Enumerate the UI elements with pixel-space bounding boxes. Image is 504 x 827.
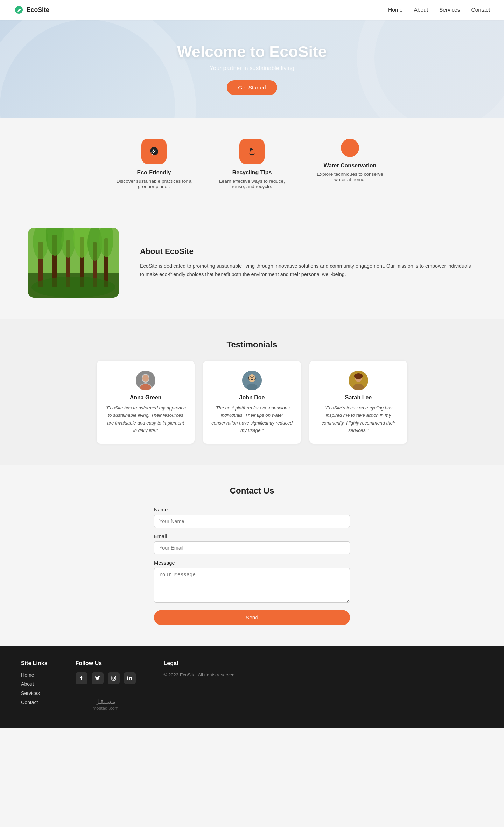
feature-water-desc: Explore techniques to conserve water at … bbox=[312, 172, 388, 182]
email-input[interactable] bbox=[154, 541, 350, 554]
testi-quote-anna: "EcoSite has transformed my approach to … bbox=[105, 404, 186, 434]
logo-text: EcoSite bbox=[27, 6, 49, 14]
get-started-button[interactable]: Get Started bbox=[227, 80, 277, 95]
nav-services[interactable]: Services bbox=[439, 7, 460, 13]
footer-grid: Site Links Home About Services Contact F… bbox=[21, 660, 483, 711]
nav-about[interactable]: About bbox=[414, 7, 428, 13]
about-section: About EcoSite EcoSite is dedicated to pr… bbox=[0, 207, 504, 319]
avatar-sarah bbox=[349, 371, 368, 390]
copyright-text: © 2023 EcoSite. All rights reserved. bbox=[164, 672, 236, 677]
footer-site-links-title: Site Links bbox=[21, 660, 48, 667]
social-icons bbox=[76, 672, 136, 684]
svg-point-18 bbox=[142, 375, 149, 382]
hero-section: Welcome to EcoSite Your partner in susta… bbox=[0, 20, 504, 118]
feature-water: Water Conservation Explore techniques to… bbox=[312, 139, 388, 189]
testi-name-anna: Anna Green bbox=[105, 394, 186, 401]
svg-point-14 bbox=[31, 277, 115, 298]
testi-name-john: John Doe bbox=[211, 394, 293, 401]
footer-links-list: Home About Services Contact bbox=[21, 672, 48, 705]
leaf-icon bbox=[141, 139, 167, 164]
footer-follow-title: Follow Us bbox=[76, 660, 136, 667]
svg-point-32 bbox=[114, 677, 115, 677]
twitter-icon[interactable] bbox=[92, 672, 104, 684]
svg-point-31 bbox=[113, 677, 115, 679]
footer-link-home[interactable]: Home bbox=[21, 672, 34, 678]
feature-recycling: Recycling Tips Learn effective ways to r… bbox=[214, 139, 290, 189]
testimonials-section: Testimonials Anna Green "EcoSite has tra… bbox=[0, 319, 504, 465]
logo[interactable]: EcoSite bbox=[14, 5, 49, 15]
feature-eco-friendly: Eco-Friendly Discover sustainable practi… bbox=[115, 139, 192, 189]
avatar-john bbox=[242, 371, 262, 390]
send-button[interactable]: Send bbox=[154, 610, 350, 625]
svg-rect-30 bbox=[112, 676, 116, 680]
about-text: About EcoSite EcoSite is dedicated to pr… bbox=[140, 247, 476, 279]
instagram-icon[interactable] bbox=[108, 672, 120, 684]
nav-contact[interactable]: Contact bbox=[471, 7, 490, 13]
footer-legal: Legal © 2023 EcoSite. All rights reserve… bbox=[164, 660, 236, 711]
feature-recycling-title: Recycling Tips bbox=[214, 170, 290, 176]
testimonial-john: John Doe "The best platform for eco-cons… bbox=[203, 361, 301, 444]
name-input[interactable] bbox=[154, 515, 350, 528]
feature-eco-title: Eco-Friendly bbox=[115, 170, 192, 176]
hero-subtitle: Your partner in sustainable living bbox=[210, 65, 294, 72]
nav-home[interactable]: Home bbox=[388, 7, 402, 13]
testimonials-title: Testimonials bbox=[14, 340, 490, 350]
footer-link-contact[interactable]: Contact bbox=[21, 699, 38, 705]
testi-quote-john: "The best platform for eco-conscious ind… bbox=[211, 404, 293, 434]
testi-name-sarah: Sarah Lee bbox=[318, 394, 399, 401]
about-title: About EcoSite bbox=[140, 247, 476, 256]
footer-link-services[interactable]: Services bbox=[21, 690, 40, 696]
linkedin-icon[interactable] bbox=[124, 672, 136, 684]
svg-point-34 bbox=[127, 676, 128, 677]
svg-rect-33 bbox=[127, 677, 128, 680]
navbar: EcoSite Home About Services Contact bbox=[0, 0, 504, 20]
footer-legal-title: Legal bbox=[164, 660, 236, 667]
about-image bbox=[28, 228, 119, 298]
about-body: EcoSite is dedicated to promoting sustai… bbox=[140, 262, 476, 279]
contact-title: Contact Us bbox=[14, 486, 490, 496]
water-icon bbox=[341, 139, 359, 157]
contact-form: Name Email Message Send bbox=[154, 507, 350, 625]
feature-water-title: Water Conservation bbox=[312, 163, 388, 169]
email-label: Email bbox=[154, 533, 350, 539]
name-label: Name bbox=[154, 507, 350, 512]
footer-follow: Follow Us مستقل mostaql.com bbox=[76, 660, 136, 711]
message-input[interactable] bbox=[154, 568, 350, 603]
footer-link-about[interactable]: About bbox=[21, 681, 34, 687]
watermark-url: mostaql.com bbox=[76, 705, 136, 711]
logo-icon bbox=[14, 5, 24, 15]
features-section: Eco-Friendly Discover sustainable practi… bbox=[0, 118, 504, 207]
hero-title: Welcome to EcoSite bbox=[177, 43, 327, 61]
name-field-group: Name bbox=[154, 507, 350, 528]
contact-section: Contact Us Name Email Message Send bbox=[0, 465, 504, 646]
message-label: Message bbox=[154, 560, 350, 566]
feature-eco-desc: Discover sustainable practices for a gre… bbox=[115, 179, 192, 189]
recycle-icon bbox=[239, 139, 265, 164]
message-field-group: Message bbox=[154, 560, 350, 604]
testimonials-grid: Anna Green "EcoSite has transformed my a… bbox=[14, 361, 490, 444]
email-field-group: Email bbox=[154, 533, 350, 554]
testimonial-sarah: Sarah Lee "EcoSite's focus on recycling … bbox=[309, 361, 407, 444]
facebook-icon[interactable] bbox=[76, 672, 88, 684]
nav-links: Home About Services Contact bbox=[388, 7, 490, 13]
feature-recycling-desc: Learn effective ways to reduce, reuse, a… bbox=[214, 179, 290, 189]
footer: Site Links Home About Services Contact F… bbox=[0, 646, 504, 728]
footer-site-links: Site Links Home About Services Contact bbox=[21, 660, 48, 711]
testi-quote-sarah: "EcoSite's focus on recycling has inspir… bbox=[318, 404, 399, 434]
testimonial-anna: Anna Green "EcoSite has transformed my a… bbox=[97, 361, 195, 444]
svg-point-29 bbox=[354, 373, 363, 379]
avatar-anna bbox=[136, 371, 155, 390]
watermark-text: مستقل bbox=[76, 698, 136, 705]
